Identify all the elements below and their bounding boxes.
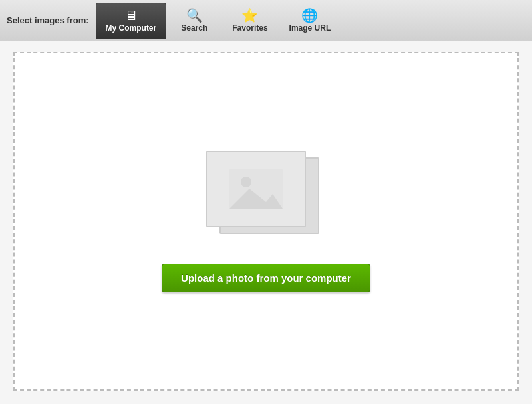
tab-image-url[interactable]: 🌐 Image URL	[279, 3, 341, 39]
header-bar: Select images from: 🖥 My Computer 🔍 Sear…	[0, 0, 532, 41]
tab-search-label: Search	[181, 23, 207, 33]
svg-point-4	[241, 177, 251, 187]
image-card-front	[206, 151, 306, 227]
tab-image-url-label: Image URL	[289, 23, 331, 33]
tab-bar: 🖥 My Computer 🔍 Search ⭐ Favorites 🌐 Ima…	[96, 0, 341, 41]
tab-my-computer-label: My Computer	[106, 23, 157, 33]
image-placeholder	[206, 151, 326, 244]
select-label: Select images from:	[7, 15, 89, 25]
search-icon: 🔍	[186, 9, 203, 22]
upload-photo-button[interactable]: Upload a photo from your computer	[162, 264, 370, 292]
computer-icon: 🖥	[124, 9, 138, 22]
tab-search[interactable]: 🔍 Search	[168, 3, 221, 39]
main-content: Upload a photo from your computer	[0, 41, 532, 404]
tab-favorites-label: Favorites	[232, 23, 267, 33]
tab-my-computer[interactable]: 🖥 My Computer	[96, 3, 167, 39]
tab-favorites[interactable]: ⭐ Favorites	[222, 3, 277, 39]
image-icon-front	[229, 169, 283, 209]
url-icon: 🌐	[301, 9, 318, 22]
favorites-icon: ⭐	[241, 9, 258, 22]
drop-zone: Upload a photo from your computer	[13, 52, 519, 391]
